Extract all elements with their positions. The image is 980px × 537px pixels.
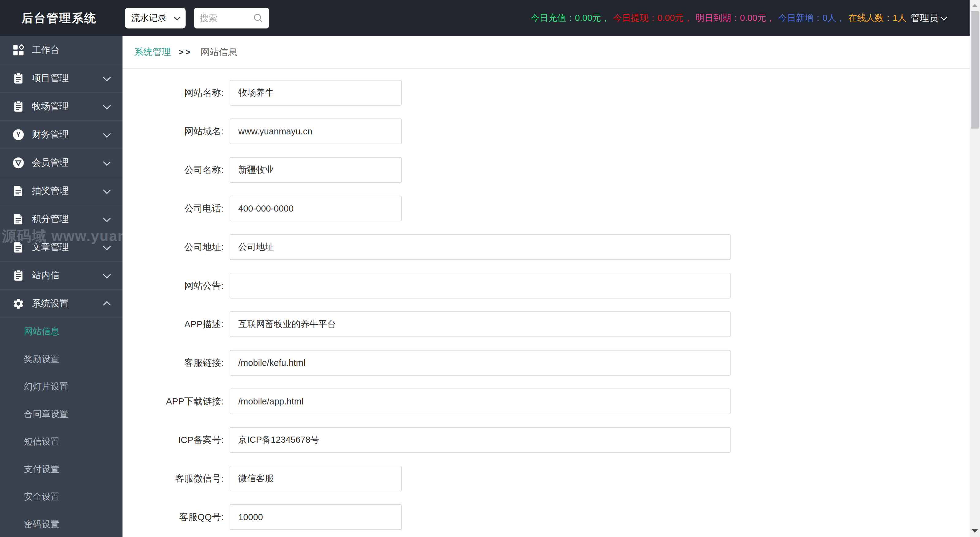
scrollbar-thumb[interactable] bbox=[971, 11, 979, 129]
company-phone-input[interactable] bbox=[230, 195, 402, 221]
sidebar-item-label: 系统设置 bbox=[32, 297, 68, 310]
sidebar-item-lottery-management[interactable]: 抽奖管理 bbox=[0, 177, 123, 205]
submenu-system-settings: 网站信息奖励设置幻灯片设置合同章设置短信设置支付设置安全设置密码设置 bbox=[0, 318, 123, 537]
site-name-label: 网站名称: bbox=[123, 87, 224, 99]
service-link-label: 客服链接: bbox=[123, 357, 224, 369]
sidebar-item-workbench[interactable]: 工作台 bbox=[0, 36, 123, 64]
site-announcement-input[interactable] bbox=[230, 273, 731, 299]
company-name-label: 公司名称: bbox=[123, 164, 224, 176]
breadcrumb-separator: >> bbox=[179, 48, 192, 57]
form-row-company-phone: 公司电话: bbox=[123, 189, 970, 228]
chevron-down-icon bbox=[103, 158, 111, 166]
site-name-input[interactable] bbox=[230, 80, 402, 106]
chevron-down-icon bbox=[103, 186, 111, 194]
chevron-down-icon bbox=[103, 214, 111, 222]
search-input[interactable] bbox=[199, 13, 252, 24]
sidebar-item-project-management[interactable]: 项目管理 bbox=[0, 64, 123, 92]
app-description-label: APP描述: bbox=[123, 318, 224, 330]
sidebar-item-points-management[interactable]: 积分管理 bbox=[0, 205, 123, 233]
sidebar-subitem-payment-settings[interactable]: 支付设置 bbox=[0, 456, 123, 483]
breadcrumb-section[interactable]: 系统管理 bbox=[134, 46, 171, 59]
sidebar-item-site-message[interactable]: 站内信 bbox=[0, 261, 123, 290]
clipboard-icon bbox=[12, 100, 24, 113]
sidebar-item-label: 项目管理 bbox=[32, 72, 68, 84]
service-wechat-input[interactable] bbox=[230, 466, 402, 491]
service-qq-label: 客服QQ号: bbox=[123, 511, 224, 524]
app-title: 后台管理系统 bbox=[21, 10, 97, 26]
breadcrumb: 系统管理 >> 网站信息 bbox=[123, 36, 970, 68]
record-type-value: 流水记录 bbox=[131, 12, 167, 24]
sidebar-item-pasture-management[interactable]: 牧场管理 bbox=[0, 92, 123, 121]
sidebar-item-label: 财务管理 bbox=[32, 128, 68, 141]
clipboard-icon bbox=[12, 269, 24, 282]
form-row-service-wechat: 客服微信号: bbox=[123, 459, 970, 498]
record-type-select[interactable]: 流水记录 bbox=[125, 8, 186, 29]
main-content: 系统管理 >> 网站信息 网站名称:网站域名:公司名称:公司电话:公司地址:网站… bbox=[123, 36, 970, 537]
service-wechat-label: 客服微信号: bbox=[123, 472, 224, 485]
search-box bbox=[194, 8, 269, 29]
app-download-link-input[interactable] bbox=[230, 389, 731, 414]
admin-label: 管理员 bbox=[911, 12, 939, 24]
scrollbar-up-arrow[interactable] bbox=[970, 1, 980, 10]
header-stats: 今日充值：0.00元，今日提现：0.00元，明日到期：0.00元，今日新增：0人… bbox=[527, 12, 907, 24]
site-domain-input[interactable] bbox=[230, 119, 402, 144]
service-link-input[interactable] bbox=[230, 350, 731, 376]
sidebar-subitem-reward-settings[interactable]: 奖励设置 bbox=[0, 345, 123, 373]
sidebar-subitem-site-info[interactable]: 网站信息 bbox=[0, 318, 123, 345]
sidebar-item-label: 工作台 bbox=[32, 44, 59, 56]
sidebar-subitem-security-settings[interactable]: 安全设置 bbox=[0, 483, 123, 511]
form-row-site-name: 网站名称: bbox=[123, 73, 970, 112]
yen-circle-icon: ¥ bbox=[12, 129, 24, 141]
stat-today-new: 今日新增：0人， bbox=[778, 12, 845, 24]
sidebar-subitem-sms-settings[interactable]: 短信设置 bbox=[0, 428, 123, 456]
service-qq-input[interactable] bbox=[230, 504, 402, 530]
form-row-icp-number: ICP备案号: bbox=[123, 421, 970, 459]
chevron-down-icon bbox=[103, 73, 111, 81]
chevron-up-icon bbox=[103, 301, 111, 308]
chevron-down-icon bbox=[940, 14, 948, 21]
company-name-input[interactable] bbox=[230, 157, 402, 183]
site-info-form: 网站名称:网站域名:公司名称:公司电话:公司地址:网站公告:APP描述:客服链接… bbox=[123, 68, 970, 536]
clipboard-icon bbox=[12, 72, 24, 84]
form-row-company-name: 公司名称: bbox=[123, 151, 970, 189]
document-icon bbox=[12, 241, 24, 254]
sidebar-subitem-password-settings[interactable]: 密码设置 bbox=[0, 511, 123, 537]
chevron-down-icon bbox=[103, 102, 111, 109]
form-row-service-qq: 客服QQ号: bbox=[123, 498, 970, 536]
form-row-app-download-link: APP下载链接: bbox=[123, 382, 970, 421]
chevron-down-icon bbox=[103, 130, 111, 137]
sidebar-subitem-contract-seal-settings[interactable]: 合同章设置 bbox=[0, 400, 123, 428]
admin-menu[interactable]: 管理员 bbox=[911, 12, 946, 24]
search-icon[interactable] bbox=[252, 12, 264, 24]
app: 后台管理系统 流水记录 今日充值：0.00元，今日提现：0.00元，明日到期：0… bbox=[0, 0, 980, 537]
stat-tomorrow-due: 明日到期：0.00元， bbox=[695, 12, 775, 24]
sidebar-item-finance-management[interactable]: ¥财务管理 bbox=[0, 121, 123, 149]
icp-number-input[interactable] bbox=[230, 427, 731, 453]
v-circle-icon bbox=[12, 157, 24, 169]
sidebar-item-member-management[interactable]: 会员管理 bbox=[0, 149, 123, 177]
company-address-label: 公司地址: bbox=[123, 241, 224, 254]
sidebar-item-label: 站内信 bbox=[32, 269, 59, 282]
sidebar: 工作台项目管理牧场管理¥财务管理会员管理抽奖管理积分管理文章管理站内信系统设置网… bbox=[0, 36, 123, 537]
gear-icon bbox=[12, 297, 24, 310]
form-row-site-domain: 网站域名: bbox=[123, 112, 970, 151]
sidebar-item-label: 会员管理 bbox=[32, 156, 68, 169]
sidebar-item-label: 文章管理 bbox=[32, 241, 68, 254]
stat-today-recharge: 今日充值：0.00元， bbox=[530, 12, 610, 24]
stat-online-count: 在线人数：1人 bbox=[848, 12, 907, 24]
sidebar-item-article-management[interactable]: 文章管理 bbox=[0, 233, 123, 261]
breadcrumb-current: 网站信息 bbox=[200, 46, 237, 59]
company-address-input[interactable] bbox=[230, 234, 731, 260]
stat-today-withdraw: 今日提现：0.00元， bbox=[613, 12, 692, 24]
site-domain-label: 网站域名: bbox=[123, 125, 224, 138]
header: 后台管理系统 流水记录 今日充值：0.00元，今日提现：0.00元，明日到期：0… bbox=[0, 0, 970, 36]
scrollbar-down-arrow[interactable] bbox=[970, 526, 980, 536]
document-icon bbox=[12, 213, 24, 225]
sidebar-item-system-settings[interactable]: 系统设置 bbox=[0, 290, 123, 318]
sidebar-item-label: 积分管理 bbox=[32, 213, 68, 225]
sidebar-item-label: 抽奖管理 bbox=[32, 184, 68, 197]
scrollbar[interactable] bbox=[970, 0, 980, 537]
app-description-input[interactable] bbox=[230, 311, 731, 337]
form-row-app-description: APP描述: bbox=[123, 305, 970, 343]
sidebar-subitem-slideshow-settings[interactable]: 幻灯片设置 bbox=[0, 373, 123, 400]
